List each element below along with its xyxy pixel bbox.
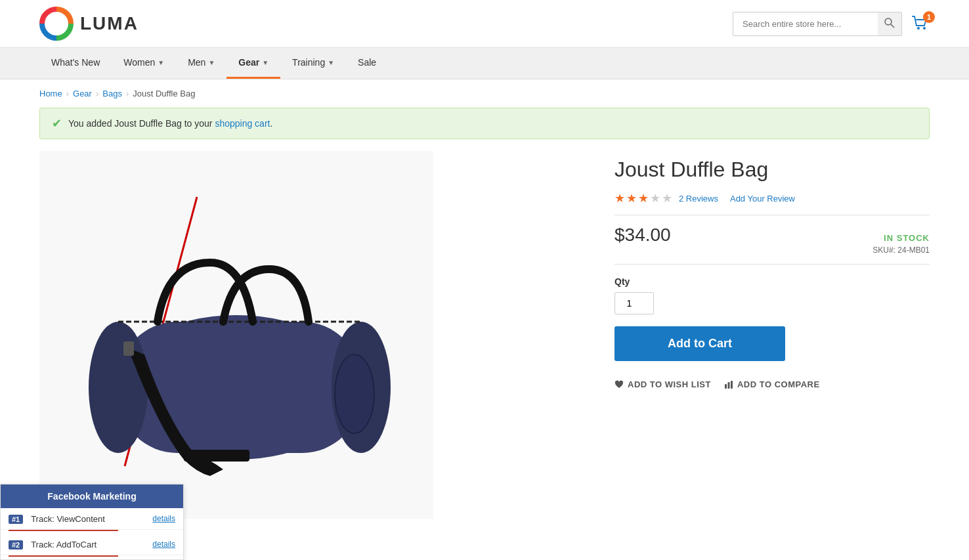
breadcrumb-bags[interactable]: Bags (102, 89, 122, 98)
breadcrumb-gear[interactable]: Gear (73, 89, 92, 98)
sku-value: 24-MB01 (897, 246, 930, 255)
star-4: ★ (650, 191, 660, 205)
header-right: 1 (733, 12, 930, 36)
success-text: You added Joust Duffle Bag to your (68, 118, 215, 129)
breadcrumb-sep: › (96, 89, 98, 98)
fb-tag-2: #2 (9, 540, 23, 545)
fb-red-line-1 (9, 530, 118, 531)
breadcrumb-sep: › (66, 89, 69, 98)
site-header: LUMA 1 (0, 0, 969, 48)
qty-input[interactable] (614, 292, 654, 314)
shopping-cart-link[interactable]: shopping cart (215, 118, 270, 129)
main-nav: What's New Women ▼ Men ▼ Gear ▼ Training… (0, 48, 969, 79)
breadcrumb-sep: › (126, 89, 129, 98)
svg-point-8 (89, 322, 148, 453)
heart-icon (614, 380, 624, 389)
search-input[interactable] (733, 14, 878, 34)
success-icon: ✔ (52, 116, 62, 131)
svg-line-2 (891, 24, 894, 28)
breadcrumb: Home › Gear › Bags › Joust Duffle Bag (0, 79, 969, 108)
product-price: $34.00 (614, 225, 671, 246)
chevron-down-icon: ▼ (328, 59, 334, 66)
nav-item-gear[interactable]: Gear ▼ (226, 48, 280, 79)
qty-label: Qty (614, 276, 930, 287)
star-1: ★ (614, 191, 625, 205)
product-image-svg (66, 177, 407, 492)
star-5: ★ (662, 191, 672, 205)
review-count-link[interactable]: 2 Reviews (679, 194, 718, 204)
svg-point-4 (923, 27, 926, 30)
search-button[interactable] (878, 12, 901, 35)
success-period: . (270, 118, 272, 129)
svg-rect-15 (727, 382, 729, 389)
chevron-down-icon: ▼ (208, 59, 215, 66)
chevron-down-icon: ▼ (262, 59, 269, 66)
nav-item-men[interactable]: Men ▼ (176, 48, 226, 79)
rating-row: ★ ★ ★ ★ ★ 2 Reviews Add Your Review (614, 191, 930, 205)
star-3: ★ (638, 191, 649, 205)
fb-marketing-popup: Facebook Marketing #1 Track: ViewContent… (0, 484, 184, 545)
logo-area: LUMA (39, 7, 139, 41)
fb-tag-1: #1 (9, 515, 23, 524)
svg-rect-14 (725, 384, 727, 389)
star-2: ★ (626, 191, 637, 205)
fb-track-2: Track: AddToCart (31, 540, 97, 545)
fb-popup-row-2: #2 Track: AddToCart details (1, 534, 183, 545)
cart-badge: 1 (923, 11, 935, 23)
product-title: Joust Duffle Bag (614, 158, 930, 182)
fb-popup-row-1: #1 Track: ViewContent details (1, 508, 183, 530)
search-box (733, 12, 902, 36)
nav-item-whats-new[interactable]: What's New (39, 48, 112, 79)
nav-item-sale[interactable]: Sale (346, 48, 388, 79)
wishlist-compare-row: ADD TO WISH LIST ADD TO COMPARE (614, 374, 930, 395)
star-rating: ★ ★ ★ ★ ★ (614, 191, 672, 205)
in-stock-badge: IN STOCK (872, 233, 930, 243)
svg-rect-12 (123, 341, 134, 356)
fb-popup-header: Facebook Marketing (1, 485, 183, 508)
logo-text: LUMA (80, 13, 139, 34)
cart-button[interactable]: 1 (911, 14, 930, 34)
price-stock-row: $34.00 IN STOCK SKU#: 24-MB01 (614, 215, 930, 265)
breadcrumb-home[interactable]: Home (39, 89, 62, 98)
fb-details-link-1[interactable]: details (152, 514, 175, 523)
success-message: ✔ You added Joust Duffle Bag to your sho… (39, 108, 930, 139)
luma-logo-icon (39, 7, 74, 41)
product-image (39, 151, 433, 519)
sku-label: SKU#: (872, 246, 895, 255)
stock-sku: IN STOCK SKU#: 24-MB01 (872, 233, 930, 255)
product-image-area (39, 151, 588, 519)
nav-item-training[interactable]: Training ▼ (280, 48, 346, 79)
fb-details-link-2[interactable]: details (152, 540, 175, 545)
add-to-compare-button[interactable]: ADD TO COMPARE (724, 374, 820, 395)
add-review-link[interactable]: Add Your Review (730, 194, 795, 204)
sku-info: SKU#: 24-MB01 (872, 246, 930, 255)
product-info: Joust Duffle Bag ★ ★ ★ ★ ★ 2 Reviews Add… (614, 151, 930, 519)
fb-track-1: Track: ViewContent (31, 514, 105, 524)
add-to-cart-button[interactable]: Add to Cart (614, 326, 785, 361)
svg-point-1 (885, 18, 892, 25)
nav-item-women[interactable]: Women ▼ (112, 48, 176, 79)
svg-point-3 (917, 27, 920, 30)
svg-point-13 (335, 355, 374, 433)
search-icon (884, 18, 895, 28)
compare-icon (724, 380, 733, 389)
svg-rect-11 (184, 450, 249, 462)
add-to-wishlist-button[interactable]: ADD TO WISH LIST (614, 374, 711, 395)
chevron-down-icon: ▼ (158, 59, 164, 66)
svg-rect-16 (731, 381, 733, 389)
breadcrumb-current: Joust Duffle Bag (133, 89, 195, 98)
